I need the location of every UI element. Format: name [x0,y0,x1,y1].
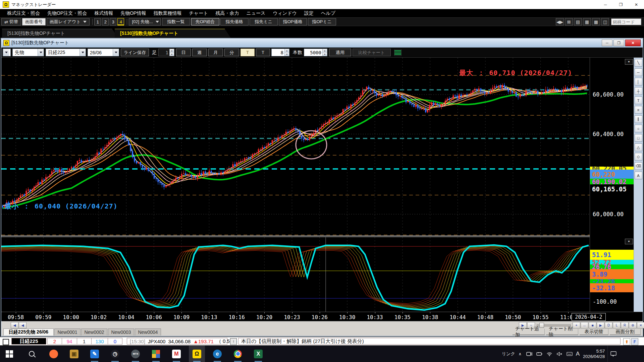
tick-button[interactable]: T [240,49,255,56]
chart-close-button[interactable]: ✕ [625,40,641,46]
scroll-button-8[interactable]: R [621,322,629,328]
document-tab-0[interactable]: [5130]指数先物OPチャート [2,29,118,38]
time-axis[interactable]: 09:5809:5910:0010:0210:0410:0610:0910:13… [1,312,643,321]
action-button-3[interactable]: 画面分割 [610,329,641,335]
camera-icon[interactable] [524,346,534,362]
menu-item-3[interactable]: 先物OP情報 [117,10,150,16]
scroll-button-9[interactable]: ⊕ [629,322,637,328]
chart-minimize-button[interactable]: ─ [602,40,612,46]
scroll-up-icon[interactable]: ⬆ [623,338,630,345]
taskbar-search-button[interactable] [23,346,40,362]
print-icon[interactable]: ▦ [583,18,591,25]
chart-tab-0[interactable]: 日経225先物 26/06 [3,328,54,336]
screen-number-button[interactable]: 画面番号 [22,18,46,25]
period-button-2[interactable]: 月 [208,49,223,56]
quick-button-1[interactable]: 先OP総合 [191,18,219,25]
window-close-icon[interactable]: ⊠ [565,18,573,25]
count-stepper[interactable]: 8▲▼ [271,49,289,56]
period-button-0[interactable]: 日 [176,49,191,56]
taskbar-clock[interactable]: 5:572026/04/28 [583,349,605,359]
nav-left-button-1[interactable]: ◀ [19,322,26,328]
preset-button-3[interactable]: 3 [110,18,116,25]
contract-month-select[interactable]: 26/06 [88,49,119,56]
chart-window-titlebar[interactable]: Ω [5130]指数先物OPチャート ─ ❐ ✕ [1,39,643,48]
layout-switch-button[interactable]: ⇄切替 [1,18,21,25]
action-button-2[interactable]: 表示切替 [580,329,608,335]
oscillator-axis-menu-button[interactable]: ▼ [625,239,633,244]
symbol-code-input[interactable] [611,18,641,25]
quick-button-5[interactable]: 指OPミニ [308,18,336,25]
mini-dropdown[interactable] [3,49,11,56]
action-button-0[interactable]: チャート追加 [513,329,545,335]
lock-icon[interactable]: ▩ [592,18,600,25]
oscillator-canvas[interactable] [1,237,590,312]
price-axis-menu-button[interactable]: ▼ [625,59,633,65]
interval-stepper[interactable]: 1▲▼ [158,49,174,56]
menu-item-1[interactable]: 先物OP注文・照会 [44,10,91,16]
period-button-3[interactable]: 分 [224,49,239,56]
scroll-button-5[interactable]: ▶ [597,322,604,328]
screen-layout-button[interactable]: 画面レイアウト [47,18,90,25]
indicator-settings-icon[interactable] [394,49,401,56]
taskbar-app-edge-app-icon[interactable]: e [209,346,225,362]
down-arrow-icon[interactable]: ▼ [285,53,289,56]
menu-item-2[interactable]: 株式情報 [91,10,117,16]
taskbar-app-pen-app-icon[interactable]: ✎ [87,346,103,362]
taskbar-app-mt4-app-icon[interactable]: MT4 [127,346,144,362]
symbol-select[interactable]: 日経225 [46,49,86,56]
nav-left-button-0[interactable]: ◀ [11,322,18,328]
scroll-button-4[interactable]: ■ [589,322,596,328]
ime-keyboard-icon[interactable] [565,346,575,362]
quick-button-2[interactable]: 指先価格 [220,18,249,25]
diamond-tool-icon[interactable]: ◇ [635,153,642,161]
compare-chart-button[interactable]: 比較チャート [353,49,391,56]
chart-tab-3[interactable]: New0003 [108,328,134,336]
up-arrow-icon[interactable]: ▲ [285,49,289,53]
instrument-type-select[interactable]: 先物 [12,49,44,56]
taskbar-app-chrome-app-icon[interactable] [230,346,246,362]
notification-center-button[interactable] [607,346,619,362]
vertical-line-icon[interactable]: │ [635,78,642,85]
triangle-tool-icon[interactable]: △ [635,143,642,151]
rect-tool-icon[interactable]: □ [635,134,642,142]
screen-select-dropdown[interactable]: [02] 先物... [129,18,160,25]
taskbar-app-clock-app-icon[interactable]: ◷ [107,346,123,362]
quick-button-3[interactable]: 指先ミニ [250,18,278,25]
taskbar-app-folder-app-icon[interactable]: ▣ [66,346,82,362]
menu-item-7[interactable]: ニュース [243,10,269,16]
preset-button-4[interactable]: 4 [117,18,124,25]
pane-arrows-icon[interactable]: ◀▶ [556,18,564,25]
period-button-1[interactable]: 週 [192,49,207,56]
menu-item-0[interactable]: 株式注文・照会 [3,10,44,16]
preset-button-1[interactable]: 1 [94,18,101,25]
wifi-icon[interactable] [544,346,554,362]
up-arrow-icon[interactable]: ▲ [170,49,174,53]
menu-item-6[interactable]: 残高・余力 [212,10,243,16]
minimize-button[interactable]: ─ [598,0,613,9]
trendline-icon[interactable]: ╲ [635,59,642,67]
tick-button-2[interactable]: T [256,49,270,56]
price-axis[interactable]: ▼60,600.0060,400.0060,000.0060,220.0560,… [590,58,634,321]
quick-button-0[interactable]: 指数一覧 [162,18,190,25]
menu-item-5[interactable]: チャート [185,10,212,16]
action-button-1[interactable]: チャート削除 [546,329,578,335]
maximize-button[interactable]: ❐ [613,0,629,9]
apply-button[interactable]: 適用 [329,49,351,56]
scroll-button-6[interactable]: D [605,322,612,328]
chart-tab-4[interactable]: New0004 [135,328,161,336]
fix-icon[interactable]: F [631,338,638,345]
taskbar-app-monex-app-icon[interactable]: Ω [189,346,205,362]
text-tool-icon[interactable]: T [635,97,642,104]
channel-icon[interactable]: ∥ [635,115,642,123]
capture-icon[interactable]: ◫ [601,18,609,25]
scroll-button-7[interactable]: L [613,322,621,328]
up-arrow-icon[interactable]: ▲ [323,49,327,53]
line-save-button[interactable]: ライン保存 [121,49,149,56]
menu-item-9[interactable]: 設定 [301,10,317,16]
menu-item-10[interactable]: ヘルプ [317,10,339,16]
scroll-button-3[interactable]: ↔ [581,322,588,328]
quick-button-4[interactable]: 指OP価格 [279,18,307,25]
close-button[interactable]: ✕ [629,0,644,9]
down-arrow-icon[interactable]: ▼ [323,53,327,56]
ime-mode-indicator[interactable]: A [576,351,580,357]
